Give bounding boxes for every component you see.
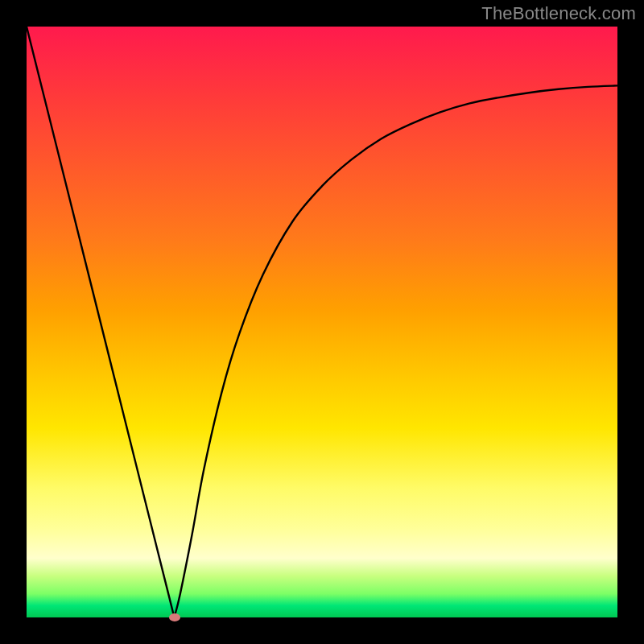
chart-frame: TheBottleneck.com: [0, 0, 644, 644]
minimum-marker: [169, 613, 180, 621]
curve-path: [27, 27, 617, 617]
plot-area: [27, 27, 617, 617]
watermark-text: TheBottleneck.com: [481, 3, 636, 24]
bottleneck-curve: [27, 27, 617, 617]
